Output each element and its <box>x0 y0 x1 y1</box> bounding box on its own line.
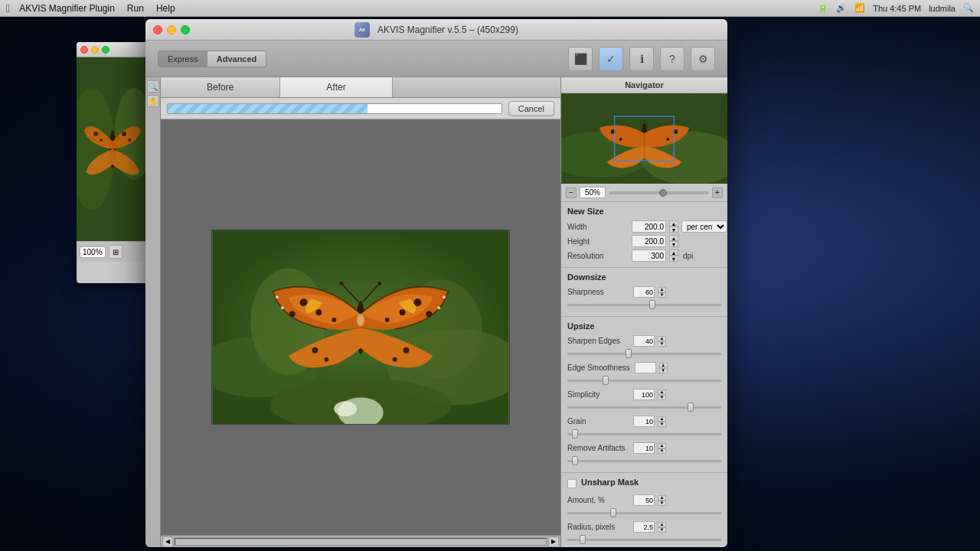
height-up[interactable]: ▲ <box>669 235 678 241</box>
dpi-label: dpi <box>683 252 693 260</box>
minimize-button[interactable] <box>167 25 176 34</box>
res-up[interactable]: ▲ <box>669 249 678 256</box>
before-tab[interactable]: Before <box>161 77 280 97</box>
remove-artifacts-track <box>567 460 721 462</box>
sharpen-edges-slider[interactable] <box>567 349 721 358</box>
width-up[interactable]: ▲ <box>669 220 678 227</box>
amount-thumb[interactable] <box>610 508 616 517</box>
compare-button[interactable]: ⬛ <box>568 47 593 71</box>
plugin-window: AK AKVIS Magnifier v.5.5 – (450x299) Exp… <box>145 19 727 547</box>
help-button[interactable]: ? <box>660 47 684 71</box>
apple-menu[interactable]:  <box>6 2 10 15</box>
cancel-button[interactable]: Cancel <box>508 101 554 116</box>
menu-help[interactable]: Help <box>156 3 175 14</box>
menubar:  AKVIS Magnifier Plugin Run Help 🔋 🔊 📶 … <box>0 0 980 17</box>
svg-point-31 <box>403 347 410 354</box>
zoom-slider-track[interactable] <box>609 191 709 194</box>
sharpness-down[interactable]: ▼ <box>658 292 666 298</box>
radius-up[interactable]: ▲ <box>658 522 666 527</box>
express-mode-button[interactable]: Express <box>158 51 207 67</box>
sharpness-thumb[interactable] <box>649 300 655 309</box>
sharpness-label: Sharpness <box>567 288 629 296</box>
ps-maximize-button[interactable] <box>102 46 109 54</box>
navigator-thumbnail[interactable] <box>561 93 727 184</box>
menubar-wifi: 📶 <box>854 3 865 13</box>
width-down[interactable]: ▼ <box>669 227 678 233</box>
menubar-search[interactable]: 🔍 <box>963 3 974 13</box>
after-tab[interactable]: After <box>280 77 392 97</box>
horizontal-scrollbar[interactable]: ◀ ▶ <box>161 535 560 547</box>
remove-artifacts-up[interactable]: ▲ <box>658 443 666 448</box>
width-label: Width <box>567 223 629 231</box>
height-input[interactable] <box>632 235 666 247</box>
ps-close-button[interactable] <box>80 46 88 54</box>
radius-slider[interactable] <box>567 535 721 544</box>
magnify-tool[interactable]: 🔍 <box>147 80 159 93</box>
grain-up[interactable]: ▲ <box>658 416 666 422</box>
radius-down[interactable]: ▼ <box>658 527 666 533</box>
pan-tool[interactable]: ✋ <box>147 95 159 107</box>
sharpen-edges-thumb[interactable] <box>626 349 632 358</box>
maximize-button[interactable] <box>181 25 190 34</box>
edge-smoothness-thumb[interactable] <box>603 376 609 385</box>
ps-view-btn[interactable]: ⊞ <box>109 245 122 259</box>
sharpen-edges-down[interactable]: ▼ <box>658 341 666 347</box>
image-canvas[interactable] <box>161 119 560 535</box>
edge-smoothness-value <box>635 362 656 373</box>
simplicity-slider[interactable] <box>567 403 721 412</box>
scroll-left[interactable]: ◀ <box>162 536 173 547</box>
close-button[interactable] <box>153 25 162 34</box>
simplicity-stepper: ▲ ▼ <box>658 390 666 400</box>
svg-point-6 <box>122 132 126 136</box>
unsharp-mask-checkbox[interactable] <box>567 479 577 488</box>
scroll-track[interactable] <box>175 538 547 546</box>
menu-run[interactable]: Run <box>127 3 144 14</box>
remove-artifacts-slider[interactable] <box>567 456 721 465</box>
simplicity-thumb[interactable] <box>688 403 694 412</box>
amount-up[interactable]: ▲ <box>658 495 666 500</box>
height-down[interactable]: ▼ <box>669 241 678 247</box>
grain-down[interactable]: ▼ <box>658 422 666 427</box>
run-button[interactable]: ✓ <box>599 47 623 71</box>
amount-slider[interactable] <box>567 508 721 517</box>
settings-button[interactable]: ⚙ <box>691 47 715 71</box>
radius-row: Radius, pixels 2.5 ▲ ▼ <box>567 521 721 533</box>
sharpness-slider[interactable] <box>567 300 721 309</box>
scroll-right[interactable]: ▶ <box>548 536 559 547</box>
zoom-slider-thumb[interactable] <box>659 189 667 197</box>
resolution-input[interactable] <box>632 249 666 262</box>
radius-thumb[interactable] <box>580 535 586 544</box>
remove-artifacts-down[interactable]: ▼ <box>658 448 666 454</box>
width-input[interactable] <box>632 220 666 233</box>
menubar-right: 🔋 🔊 📶 Thu 4:45 PM ludmila 🔍 <box>818 3 974 13</box>
sharpen-edges-stepper: ▲ ▼ <box>658 336 666 347</box>
advanced-mode-button[interactable]: Advanced <box>207 51 266 67</box>
ps-minimize-button[interactable] <box>91 46 99 54</box>
plugin-main: 🔍 ✋ Before After <box>145 77 727 547</box>
info-button[interactable]: ℹ <box>629 47 654 71</box>
grain-slider[interactable] <box>567 429 721 439</box>
zoom-in-button[interactable]: + <box>712 187 723 198</box>
edge-smoothness-slider[interactable] <box>567 376 721 385</box>
simplicity-down[interactable]: ▼ <box>658 395 666 400</box>
amount-down[interactable]: ▼ <box>658 500 666 506</box>
sharpen-edges-slider-row <box>567 349 721 358</box>
edge-smoothness-down[interactable]: ▼ <box>659 368 668 373</box>
sharpness-row: Sharpness 60 ▲ ▼ <box>567 286 721 298</box>
sharpness-up[interactable]: ▲ <box>658 287 666 292</box>
svg-point-22 <box>315 309 322 315</box>
zoom-out-button[interactable]: − <box>566 187 577 198</box>
unit-select[interactable]: per cent pixels inches <box>681 220 727 233</box>
simplicity-up[interactable]: ▲ <box>658 390 666 395</box>
progress-fill <box>168 104 368 113</box>
res-down[interactable]: ▼ <box>669 256 678 262</box>
simplicity-label: Simplicity <box>567 390 629 399</box>
svg-point-27 <box>385 318 390 322</box>
svg-point-5 <box>100 139 103 142</box>
upsize-title: Upsize <box>567 320 721 332</box>
remove-artifacts-thumb[interactable] <box>572 456 578 465</box>
grain-slider-row <box>567 429 721 439</box>
sharpen-edges-up[interactable]: ▲ <box>658 336 666 341</box>
grain-thumb[interactable] <box>572 429 578 439</box>
edge-smoothness-up[interactable]: ▲ <box>659 363 668 368</box>
